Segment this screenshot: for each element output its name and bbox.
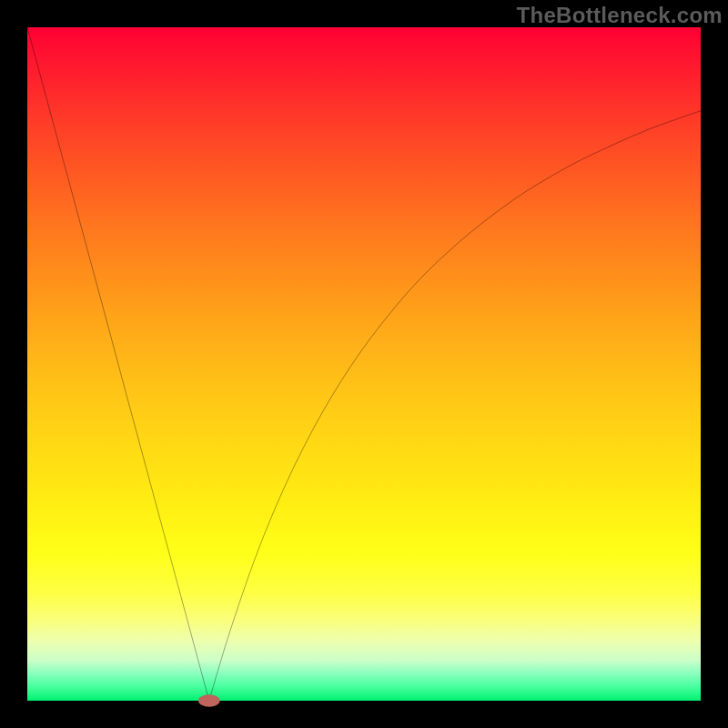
watermark-text: TheBottleneck.com <box>517 3 723 28</box>
plot-area <box>27 27 701 701</box>
curve-layer <box>27 27 701 701</box>
minimum-marker-icon <box>198 694 220 706</box>
curve-right-branch <box>209 111 701 701</box>
curve-left-branch <box>27 27 209 701</box>
chart-frame: TheBottleneck.com <box>0 0 728 728</box>
